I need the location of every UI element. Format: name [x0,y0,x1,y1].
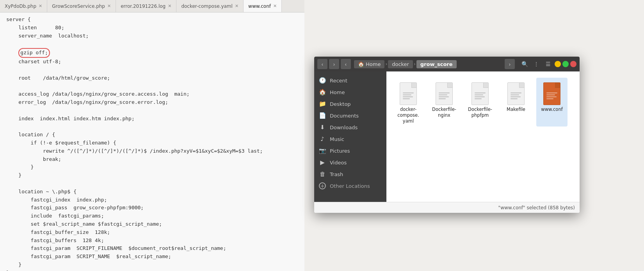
file-label: Makefile [507,107,525,112]
home-icon: 🏠 [319,89,326,96]
sidebar-item-music[interactable]: ♪Music [314,133,386,145]
code-content: server { listen 80; server_name localhos… [0,12,304,271]
tab-label: error.20191226.log [121,4,165,9]
tab-bar: XyPdoDb.php✕GrowScoreService.php✕error.2… [0,0,304,12]
pictures-icon: 📷 [319,147,326,154]
nav-parent-button[interactable]: ‹ [341,59,351,69]
file-manager: ‹ › ‹ 🏠Home›docker›grow_score › 🔍 ⋮ ☰ 🕐R… [314,57,580,213]
tab-label: docker-compose.yaml [181,4,232,9]
status-text: "www.conf" selected (858 bytes) [498,205,575,210]
breadcrumb-item-grow_score[interactable]: grow_score [416,60,457,68]
sidebar-label: Desktop [330,101,351,107]
fm-files: docker-compose. yaml Dockerfile- nginx D… [386,71,580,202]
sidebar-item-desktop[interactable]: 📁Desktop [314,98,386,110]
tab-www-conf[interactable]: www.conf✕ [244,0,282,12]
tab-GrowScoreService-php[interactable]: GrowScoreService.php✕ [47,0,116,12]
tab-close-icon[interactable]: ✕ [235,4,238,8]
menu-button[interactable]: ☰ [543,59,553,69]
sidebar-label: Videos [330,160,347,166]
tab-error-20191226-log[interactable]: error.20191226.log✕ [116,0,176,12]
highlighted-text: gzip off; [18,48,50,58]
breadcrumb-separator: › [384,61,388,67]
sidebar-item-home[interactable]: 🏠Home [314,86,386,98]
fm-sidebar: 🕐Recent🏠Home📁Desktop📄Documents⬇Downloads… [314,71,386,202]
sidebar-item-videos[interactable]: ▶Videos [314,157,386,168]
downloads-icon: ⬇ [319,124,326,131]
file-label: Dockerfile- phpfpm [467,107,493,118]
view-options-button[interactable]: ⋮ [531,59,541,69]
trash-icon: 🗑 [319,171,326,178]
sidebar-label: Downloads [330,125,358,130]
window-close-button[interactable] [570,61,576,67]
file-icon-dockerfile-phpfpm [470,80,490,105]
sidebar-label: Trash [330,171,343,177]
breadcrumb-separator: › [413,61,416,67]
sidebar-item-downloads[interactable]: ⬇Downloads [314,121,386,133]
sidebar-label: Pictures [330,148,350,154]
breadcrumb-label: grow_score [420,61,453,67]
file-icon-makefile [506,80,526,105]
desktop-icon: 📁 [319,100,326,107]
file-label: Dockerfile- nginx [431,107,457,118]
tab-close-icon[interactable]: ✕ [39,4,42,8]
search-button[interactable]: 🔍 [519,59,530,69]
tab-XyPdoDb-php[interactable]: XyPdoDb.php✕ [0,0,47,12]
fm-body: 🕐Recent🏠Home📁Desktop📄Documents⬇Downloads… [314,71,580,202]
documents-icon: 📄 [319,112,326,119]
file-label: www.conf [541,107,563,112]
breadcrumb-label: Home [366,61,381,67]
doc-icon [471,82,489,105]
tab-docker-compose-yaml[interactable]: docker-compose.yaml✕ [176,0,244,12]
breadcrumb: 🏠Home›docker›grow_score [354,60,503,68]
doc-icon [436,82,453,105]
sidebar-label: Documents [330,113,359,119]
file-item-makefile[interactable]: Makefile [500,78,532,127]
recent-icon: 🕐 [319,77,326,84]
file-label: docker-compose. yaml [395,107,422,124]
doc-icon [543,82,560,105]
file-item-www-conf[interactable]: www.conf [536,78,568,127]
fm-statusbar: "www.conf" selected (858 bytes) [314,202,580,213]
tab-label: XyPdoDb.php [5,4,36,9]
tab-close-icon[interactable]: ✕ [168,4,171,8]
sidebar-label: Other Locations [330,183,370,189]
nav-back-button[interactable]: ‹ [317,59,327,69]
file-item-dockerfile-phpfpm[interactable]: Dockerfile- phpfpm [464,78,496,127]
fm-titlebar: ‹ › ‹ 🏠Home›docker›grow_score › 🔍 ⋮ ☰ [314,57,580,71]
editor-area: XyPdoDb.php✕GrowScoreService.php✕error.2… [0,0,304,271]
sidebar-item-pictures[interactable]: 📷Pictures [314,145,386,157]
file-item-docker-compose-yaml[interactable]: docker-compose. yaml [393,78,424,127]
window-minimize-button[interactable] [555,61,561,67]
file-icon-docker-compose-yaml [398,80,418,105]
doc-icon [507,82,525,105]
titlebar-actions: 🔍 ⋮ ☰ [519,59,576,69]
sidebar-item-trash[interactable]: 🗑Trash [314,168,386,180]
tab-label: GrowScoreService.php [52,4,105,9]
file-item-dockerfile-nginx[interactable]: Dockerfile- nginx [429,78,460,127]
file-icon-dockerfile-nginx [434,80,454,105]
doc-icon [400,82,417,105]
breadcrumb-item-home[interactable]: 🏠Home [354,60,384,68]
music-icon: ♪ [319,136,326,143]
window-maximize-button[interactable] [562,61,569,67]
sidebar-label: Home [330,89,345,95]
file-icon-www-conf [542,80,562,105]
sidebar-item-other-locations[interactable]: +Other Locations [314,180,386,192]
tab-close-icon[interactable]: ✕ [273,4,277,8]
add-icon: + [319,182,326,189]
sidebar-label: Music [330,136,344,142]
sidebar-item-documents[interactable]: 📄Documents [314,110,386,121]
breadcrumb-item-docker[interactable]: docker [388,60,413,68]
home-icon: 🏠 [358,61,364,67]
sidebar-item-recent[interactable]: 🕐Recent [314,75,386,86]
tab-close-icon[interactable]: ✕ [107,4,111,8]
sidebar-label: Recent [330,78,347,84]
tab-label: www.conf [248,4,271,9]
videos-icon: ▶ [319,159,326,166]
breadcrumb-label: docker [392,61,409,67]
nav-child-button[interactable]: › [505,59,515,69]
nav-forward-button[interactable]: › [329,59,339,69]
